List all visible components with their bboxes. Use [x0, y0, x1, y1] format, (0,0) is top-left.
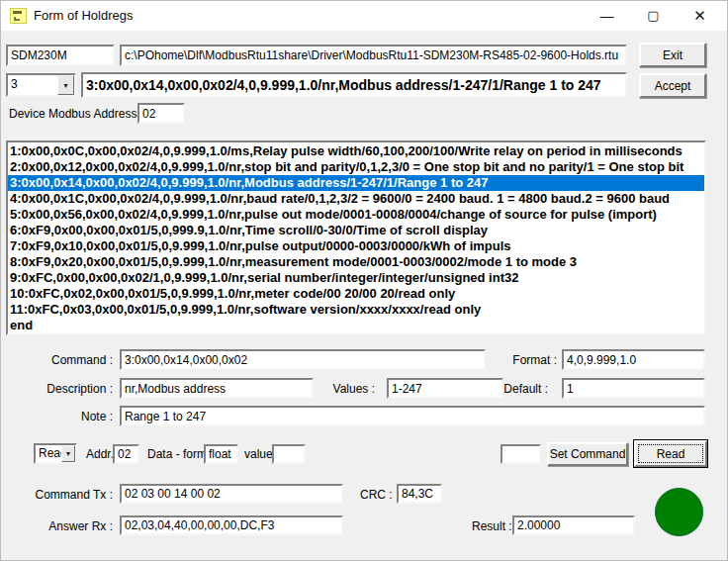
mode-select[interactable]: Read ▼: [34, 443, 77, 464]
default-label: Default :: [496, 382, 548, 396]
register-list-item[interactable]: 8:0xF9,0x20,0x00,0x01/5,0,9.999,1.0/nr,m…: [8, 254, 704, 270]
register-list-item[interactable]: 10:0xFC,0x02,0x00,0x01/5,0,9.999,1.0/nr,…: [8, 286, 704, 302]
maximize-button[interactable]: ▢: [630, 1, 677, 31]
addr-input[interactable]: [113, 444, 139, 464]
register-string-input[interactable]: [81, 72, 627, 98]
read-button[interactable]: Read: [634, 440, 707, 467]
register-list-item[interactable]: 11:0xFC,0x03,0x00,0x01/5,0,9.999,1.0/nr,…: [8, 302, 704, 318]
answer-rx-input[interactable]: [120, 515, 343, 535]
device-address-label: Device Modbus Address :: [9, 107, 143, 121]
window-title: Form of Holdregs: [34, 8, 133, 23]
set-command-button[interactable]: Set Command: [547, 442, 628, 466]
format-input[interactable]: [562, 349, 705, 370]
read-button-label: Read: [657, 447, 685, 461]
crc-label: CRC :: [360, 488, 393, 502]
chevron-down-icon[interactable]: ▼: [57, 75, 74, 95]
values-input[interactable]: [387, 378, 503, 399]
status-indicator: [655, 488, 703, 536]
result-label: Result :: [472, 519, 512, 533]
app-icon: [10, 8, 27, 24]
register-list-item[interactable]: 4:0x00,0x1C,0x00,0x02/4,0,9.999,1.0/nr,b…: [8, 191, 704, 207]
chevron-down-icon[interactable]: ▼: [61, 445, 75, 462]
result-input[interactable]: [512, 515, 635, 535]
data-format-input[interactable]: [204, 444, 238, 464]
register-selector[interactable]: 3 ▼: [6, 73, 76, 97]
note-label: Note :: [11, 410, 113, 423]
minimize-button[interactable]: —: [584, 1, 630, 31]
register-selector-value: 3: [11, 77, 18, 91]
device-address-input[interactable]: [137, 103, 185, 124]
register-list-item[interactable]: 9:0xFC,0x00,0x00,0x02/1,0,9.999,1.0/nr,s…: [8, 270, 704, 286]
command-tx-label: Command Tx :: [11, 488, 113, 502]
value-input[interactable]: [272, 444, 306, 464]
description-label: Description :: [11, 382, 113, 396]
register-listbox[interactable]: 1:0x00,0x0C,0x00,0x02/4,0,9.999,1.0/ms,R…: [6, 140, 706, 335]
format-label: Format :: [500, 353, 557, 367]
register-list-item[interactable]: 2:0x00,0x12,0x00,0x02/4,0,9.999,1.0/nr,s…: [8, 159, 704, 175]
titlebar: Form of Holdregs — ▢ ✕: [1, 1, 727, 31]
exit-button[interactable]: Exit: [639, 43, 706, 67]
close-button[interactable]: ✕: [677, 1, 723, 31]
answer-rx-label: Answer Rx :: [11, 519, 113, 533]
command-label: Command :: [11, 353, 113, 367]
note-input[interactable]: [120, 406, 705, 426]
command-tx-input[interactable]: [120, 484, 343, 504]
register-list-item[interactable]: 5:0x00,0x56,0x00,0x02/4,0,9.999,1.0/nr,p…: [8, 207, 704, 223]
command-input[interactable]: [120, 349, 486, 370]
description-input[interactable]: [120, 378, 314, 399]
aux-value-input[interactable]: [500, 444, 541, 464]
file-path-input[interactable]: [120, 45, 627, 66]
crc-input[interactable]: [397, 484, 442, 504]
register-list-item[interactable]: 6:0xF9,0x00,0x00,0x01/5,0,999.9,1.0/nr,T…: [8, 223, 704, 238]
device-name-input[interactable]: [6, 45, 115, 66]
default-input[interactable]: [562, 378, 705, 399]
values-label: Values :: [327, 382, 375, 396]
register-list-item[interactable]: end: [8, 318, 704, 333]
accept-button[interactable]: Accept: [639, 73, 706, 98]
register-list-item[interactable]: 7:0xF9,0x10,0x00,0x01/5,0,9.999,1.0/nr,p…: [8, 238, 704, 254]
register-list-item[interactable]: 1:0x00,0x0C,0x00,0x02/4,0,9.999,1.0/ms,R…: [8, 143, 704, 159]
app-window: Form of Holdregs — ▢ ✕ Exit 3 ▼ Accept D…: [0, 0, 728, 561]
register-list-item[interactable]: 3:0x00,0x14,0x00,0x02/4,0,9.999,1.0/nr,M…: [8, 175, 704, 191]
